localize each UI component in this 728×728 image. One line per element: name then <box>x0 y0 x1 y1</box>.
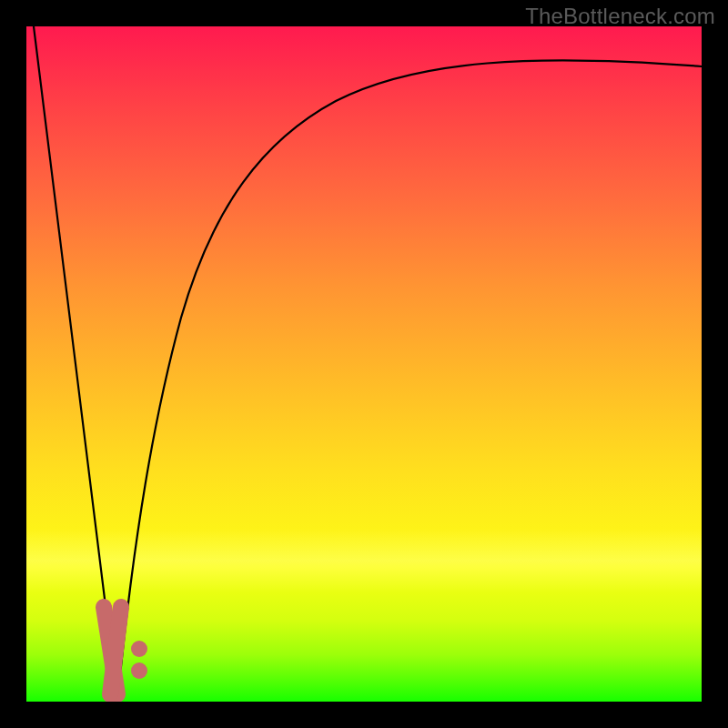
bottleneck-dot-upper <box>131 641 147 657</box>
chart-frame: TheBottleneck.com <box>0 0 728 728</box>
right-recovery-curve <box>117 60 702 702</box>
bottleneck-dot-lower <box>131 662 147 679</box>
watermark-label: TheBottleneck.com <box>525 4 715 29</box>
bottleneck-marker-segment-b <box>110 607 121 694</box>
plot-area <box>26 26 702 702</box>
curve-layer <box>26 26 702 702</box>
